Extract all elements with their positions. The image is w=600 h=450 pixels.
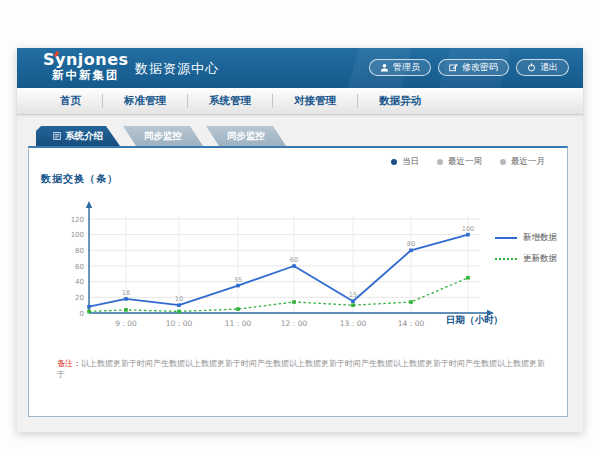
tab-sync-monitor-2[interactable]: 同步监控 <box>206 126 286 146</box>
svg-text:60: 60 <box>75 263 84 271</box>
svg-text:18: 18 <box>122 289 130 297</box>
svg-text:35: 35 <box>234 276 242 284</box>
footnote-text: 以上数据更新于时间产生数据以上数据更新于时间产生数据以上数据更新于时间产生数据以… <box>57 359 545 379</box>
content-panel: 当日 最近一周 最近一月 数据交换（条） 0204060801001209 : … <box>28 146 568 417</box>
svg-text:10: 10 <box>175 295 183 303</box>
svg-text:100: 100 <box>462 225 474 233</box>
nav-item-data-change[interactable]: 数据异动 <box>358 94 442 108</box>
svg-text:15: 15 <box>349 291 357 299</box>
svg-text:40: 40 <box>75 278 84 286</box>
logo-text: Synjones <box>43 52 129 69</box>
svg-text:0: 0 <box>80 310 84 318</box>
svg-text:14 : 00: 14 : 00 <box>398 319 425 328</box>
radio-unselected-icon <box>500 159 506 165</box>
main-page: Synjones 新中新集团 数据资源中心 管理员 修改密码 <box>17 48 583 432</box>
change-password-button[interactable]: 修改密码 <box>438 59 509 76</box>
range-last-week-label: 最近一周 <box>448 156 482 168</box>
range-option-last-month[interactable]: 最近一月 <box>500 156 545 168</box>
svg-text:10 : 00: 10 : 00 <box>166 319 193 328</box>
user-icon <box>380 63 389 72</box>
admin-user-label: 管理员 <box>393 61 420 74</box>
svg-text:11 : 00: 11 : 00 <box>225 319 252 328</box>
power-icon <box>527 63 536 72</box>
nav-item-home[interactable]: 首页 <box>39 94 102 108</box>
logout-label: 退出 <box>540 61 558 74</box>
legend-updated-data-label: 更新数据 <box>523 253 557 265</box>
tab-system-intro-label: 系统介绍 <box>65 130 103 143</box>
range-last-month-label: 最近一月 <box>511 156 545 168</box>
svg-text:12 : 00: 12 : 00 <box>281 319 308 328</box>
tab-sync-monitor-1-label: 同步监控 <box>144 130 182 143</box>
chart-x-axis-title: 日期（小时） <box>446 314 503 327</box>
nav-item-standard-mgmt[interactable]: 标准管理 <box>103 94 187 108</box>
tab-bar: 系统介绍 同步监控 同步监控 <box>36 126 583 146</box>
radio-selected-icon <box>391 159 397 165</box>
green-dashed-line-icon <box>495 258 517 260</box>
logo-subtext: 新中新集团 <box>43 69 129 81</box>
range-option-last-week[interactable]: 最近一周 <box>437 156 482 168</box>
blue-line-icon <box>495 237 517 239</box>
range-today-label: 当日 <box>402 156 419 168</box>
admin-user-button[interactable]: 管理员 <box>369 59 431 76</box>
header-buttons: 管理员 修改密码 退出 <box>369 59 569 76</box>
footnote-label: 备注： <box>57 359 81 368</box>
svg-text:100: 100 <box>71 231 84 239</box>
footnote: 备注：以上数据更新于时间产生数据以上数据更新于时间产生数据以上数据更新于时间产生… <box>57 358 547 380</box>
main-nav: 首页 标准管理 系统管理 对接管理 数据异动 <box>17 88 583 115</box>
svg-text:60: 60 <box>290 256 298 264</box>
app-header: Synjones 新中新集团 数据资源中心 管理员 修改密码 <box>17 48 583 88</box>
time-range-selector: 当日 最近一周 最近一月 <box>391 156 545 168</box>
svg-text:120: 120 <box>71 216 84 224</box>
edit-icon <box>449 63 458 72</box>
tab-sync-monitor-2-label: 同步监控 <box>227 130 265 143</box>
nav-item-interface-mgmt[interactable]: 对接管理 <box>273 94 357 108</box>
document-icon <box>53 131 61 142</box>
radio-unselected-icon <box>437 159 443 165</box>
range-option-today[interactable]: 当日 <box>391 156 419 168</box>
logout-button[interactable]: 退出 <box>516 59 569 76</box>
tab-sync-monitor-1[interactable]: 同步监控 <box>123 126 203 146</box>
tab-system-intro[interactable]: 系统介绍 <box>36 126 120 146</box>
legend-new-data-label: 新增数据 <box>523 232 557 244</box>
legend-new-data[interactable]: 新增数据 <box>495 232 557 244</box>
page-title: 数据资源中心 <box>135 60 219 78</box>
svg-text:80: 80 <box>407 240 415 248</box>
company-logo: Synjones 新中新集团 <box>43 52 129 81</box>
legend-updated-data[interactable]: 更新数据 <box>495 253 557 265</box>
chart-y-axis-title: 数据交换（条） <box>41 172 118 186</box>
series-legend: 新增数据 更新数据 <box>495 232 557 265</box>
svg-text:13 : 00: 13 : 00 <box>340 319 367 328</box>
svg-text:20: 20 <box>75 294 84 302</box>
svg-text:9 : 00: 9 : 00 <box>115 319 137 328</box>
nav-item-system-mgmt[interactable]: 系统管理 <box>188 94 272 108</box>
svg-text:80: 80 <box>75 247 84 255</box>
change-password-label: 修改密码 <box>462 61 498 74</box>
